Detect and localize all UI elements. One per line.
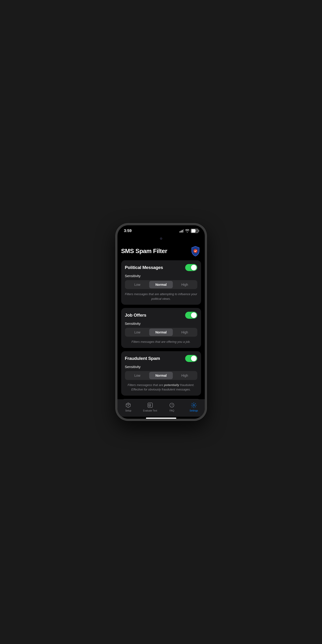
fraud-description: Filters messagess that are potentially f… [125,383,197,392]
political-messages-toggle[interactable] [185,264,197,271]
political-normal-segment[interactable]: Normal [149,281,173,288]
fraudulent-spam-title: Fraudulent Spam [125,356,160,361]
tab-setup[interactable]: Setup [117,402,139,412]
tab-bar: Setup A Evaluate Text ? [117,399,205,417]
phone-frame: 3:59 57 [116,224,207,420]
svg-point-6 [193,404,195,406]
home-indicator [146,418,176,419]
job-offers-card: Job Offers Sensitivity Low Normal High F… [121,308,201,348]
settings-icon [191,402,197,408]
wifi-icon [185,229,189,232]
fraudulent-spam-card: Fraudulent Spam Sensitivity Low Normal H… [121,351,201,396]
fraud-high-segment[interactable]: High [173,372,196,379]
political-messages-title: Political Messages [125,265,163,270]
fraud-sensitivity-label: Sensitivity [125,365,197,369]
tab-settings[interactable]: Settings [183,402,205,412]
job-offers-header: Job Offers [125,312,197,319]
dynamic-island [147,234,175,242]
tab-evaluate-label: Evaluate Text [143,410,157,412]
job-description: Filters messages that are offering you a… [125,340,197,344]
battery-icon: 57 [191,229,198,233]
fraud-normal-segment[interactable]: Normal [149,372,173,379]
fraud-low-segment[interactable]: Low [126,372,149,379]
fraudulent-spam-knob [191,356,197,361]
job-low-segment[interactable]: Low [126,328,149,336]
camera-dot [160,238,162,240]
fraudulent-spam-header: Fraudulent Spam [125,355,197,362]
tab-setup-label: Setup [125,410,131,412]
political-messages-knob [191,265,197,270]
app-title: SMS Spam Filter [121,248,167,255]
political-high-segment[interactable]: High [173,281,196,288]
screen: 3:59 57 [117,225,205,419]
shield-icon [190,245,201,256]
svg-point-0 [194,249,197,253]
political-description: Filters messages that are attempting to … [125,292,197,301]
tab-faq[interactable]: ? FAQ [161,402,183,412]
svg-text:?: ? [171,404,173,407]
faq-icon: ? [169,402,175,408]
political-sensitivity-label: Sensitivity [125,274,197,278]
job-sensitivity-control[interactable]: Low Normal High [125,328,197,337]
job-offers-toggle[interactable] [185,312,197,319]
job-offers-title: Job Offers [125,313,146,318]
job-offers-knob [191,312,197,318]
tab-faq-label: FAQ [170,410,174,412]
political-sensitivity-control[interactable]: Low Normal High [125,280,197,289]
app-header: SMS Spam Filter [121,242,201,260]
battery-level: 57 [191,230,199,232]
job-sensitivity-label: Sensitivity [125,322,197,326]
tab-evaluate-text[interactable]: A Evaluate Text [139,402,161,412]
content-area[interactable]: SMS Spam Filter Political Messages [117,242,205,399]
political-messages-card: Political Messages Sensitivity Low Norma… [121,260,201,305]
signal-bars-icon [180,229,184,232]
setup-icon [125,402,131,408]
political-low-segment[interactable]: Low [126,281,149,288]
status-bar: 3:59 57 [117,225,205,234]
status-icons: 57 [180,229,198,233]
political-messages-header: Political Messages [125,264,197,271]
fraud-sensitivity-control[interactable]: Low Normal High [125,371,197,380]
job-normal-segment[interactable]: Normal [149,328,173,336]
fraudulent-spam-toggle[interactable] [185,355,197,362]
battery-nub [199,230,199,232]
svg-text:A: A [149,404,150,406]
job-high-segment[interactable]: High [173,328,196,336]
evaluate-text-icon: A [147,402,153,408]
status-time: 3:59 [124,228,132,233]
tab-settings-label: Settings [190,410,198,412]
